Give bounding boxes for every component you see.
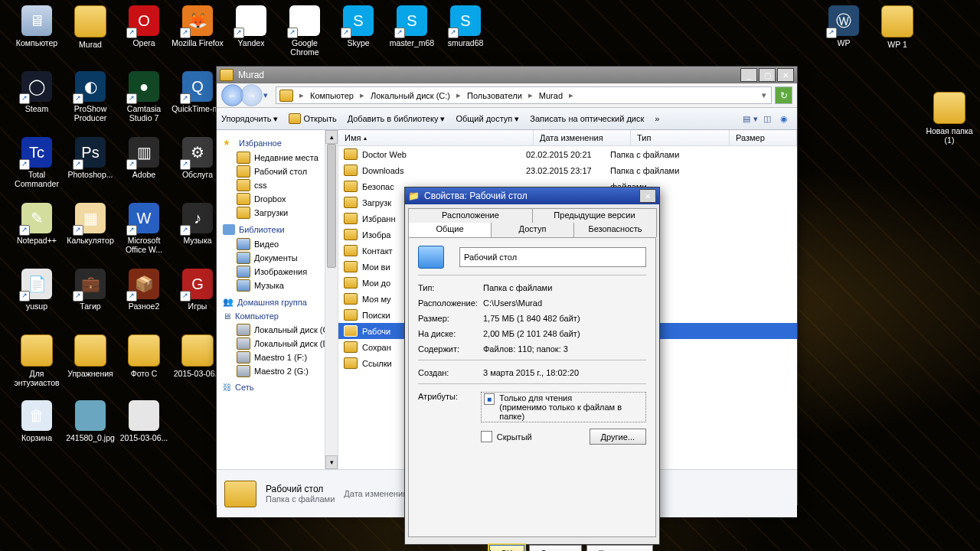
hidden-checkbox[interactable] [481, 431, 492, 442]
desktop-icon[interactable]: 🦊↗Mozilla Firefox [172, 5, 224, 47]
nav-item[interactable]: Документы [223, 251, 338, 265]
tab-location[interactable]: Расположение [408, 208, 533, 223]
forward-button[interactable]: → [240, 84, 263, 106]
desktop-icon-label: Калькулятор [67, 236, 113, 245]
nav-scrollbar[interactable]: ▴ ▾ [325, 130, 338, 469]
nav-item[interactable]: Maestro 2 (G:) [223, 364, 338, 378]
nav-item-label: css [254, 181, 267, 190]
tab-general[interactable]: Общие [408, 223, 492, 237]
desktop-icon[interactable]: Фото С [118, 334, 170, 378]
crumb-users[interactable]: Пользователи [464, 91, 525, 100]
scroll-down-button[interactable]: ▾ [325, 455, 338, 469]
desktop-icon[interactable]: 💼↗Тагир [64, 269, 116, 311]
desktop-icon[interactable]: W↗Microsoft Office W... [118, 203, 170, 254]
desktop-icon[interactable]: 📦↗Разное2 [118, 269, 170, 311]
apply-button[interactable]: Применить [586, 545, 653, 551]
desktop-icon[interactable]: S↗master_m68 [386, 5, 438, 47]
readonly-checkbox[interactable]: ■ [484, 393, 495, 405]
scroll-thumb[interactable] [327, 144, 336, 268]
desktop-icon[interactable]: 2015-03-06... [118, 400, 170, 442]
desktop-icon-label: Total Commander [11, 170, 63, 188]
app-icon: S↗ [397, 5, 427, 36]
toolbar-overflow[interactable]: » [655, 114, 659, 123]
close-button[interactable]: ✕ [639, 189, 656, 203]
minimize-button[interactable]: _ [740, 68, 757, 82]
nav-item[interactable]: Рабочий стол [223, 165, 338, 178]
folder-icon [237, 351, 250, 364]
nav-item[interactable]: Недавние места [223, 151, 338, 165]
desktop-icon[interactable]: O↗Opera [118, 5, 170, 47]
crumb-cdrive[interactable]: Локальный диск (C:) [368, 91, 453, 100]
nav-computer-header[interactable]: 🖥Компьютер [223, 311, 338, 321]
desktop-icon[interactable]: ◐↗ProShow Producer [64, 71, 116, 122]
nav-homegroup-header[interactable]: 👥Домашняя группа [223, 297, 338, 307]
maximize-button[interactable]: ▢ [759, 68, 776, 82]
nav-item[interactable]: Загрузки [223, 206, 338, 220]
tab-security[interactable]: Безопасность [573, 223, 657, 237]
add-to-library-menu[interactable]: Добавить в библиотеку ▾ [348, 114, 446, 124]
desktop-icon[interactable]: Новая папка (1) [923, 92, 975, 145]
ok-button[interactable]: OK [489, 545, 524, 551]
desktop-icon[interactable]: ▥↗Adobe [118, 137, 170, 179]
desktop-icon[interactable]: ◎↗Google Chrome [279, 5, 331, 57]
cancel-button[interactable]: Отмена [529, 545, 582, 551]
breadcrumb[interactable]: ▸ Компьютер▸ Локальный диск (C:)▸ Пользо… [276, 86, 772, 104]
refresh-button[interactable]: ↻ [775, 86, 792, 104]
nav-item[interactable]: Локальный диск (D:) [223, 337, 338, 350]
nav-item[interactable]: Музыка [223, 279, 338, 292]
desktop-icon[interactable]: ●↗Camtasia Studio 7 [118, 71, 170, 122]
nav-item[interactable]: css [223, 178, 338, 192]
nav-libraries-header[interactable]: Библиотеки [223, 224, 338, 235]
file-row[interactable]: Doctor Web02.02.2015 20:21Папка с файлам… [338, 146, 797, 162]
desktop-icon[interactable]: Tc↗Total Commander [11, 137, 63, 188]
nav-network-header[interactable]: ⛓Сеть [223, 383, 338, 392]
nav-item[interactable]: Maestro 1 (F:) [223, 350, 338, 364]
explorer-titlebar[interactable]: Murad _ ▢ ✕ [217, 67, 797, 83]
desktop-icon[interactable]: Ⓦ↗WP [818, 5, 870, 47]
scroll-up-button[interactable]: ▴ [325, 130, 338, 144]
desktop-icon[interactable]: 🗑Корзина [11, 400, 63, 442]
help-button[interactable]: ◉ [776, 114, 792, 124]
label-type: Тип: [418, 283, 483, 292]
nav-item-label: Загрузки [254, 208, 288, 217]
col-type[interactable]: Тип [631, 130, 730, 145]
nav-favorites-header[interactable]: ★Избранное [223, 138, 338, 148]
desktop-icon[interactable]: ▦↗Калькулятор [64, 203, 116, 245]
folder-name-input[interactable] [459, 247, 646, 267]
view-options-button[interactable]: ▤ ▾ [742, 114, 759, 124]
desktop-icon[interactable]: WP 1 [871, 5, 923, 49]
other-attributes-button[interactable]: Другие... [590, 429, 646, 445]
properties-titlebar[interactable]: 📁 Свойства: Рабочий стол ✕ [405, 187, 659, 204]
nav-item[interactable]: Видео [223, 237, 338, 251]
file-row[interactable]: Downloads23.02.2015 23:17Папка с файлами [338, 162, 797, 178]
tab-previous-versions[interactable]: Предыдущие версии [532, 208, 657, 223]
share-menu[interactable]: Общий доступ ▾ [456, 114, 519, 124]
crumb-computer[interactable]: Компьютер [307, 91, 357, 100]
nav-item[interactable]: Изображения [223, 265, 338, 279]
desktop-icon[interactable]: ✎↗Notepad++ [11, 203, 63, 245]
col-name[interactable]: Имя ▴ [338, 130, 534, 145]
desktop-icon[interactable]: 🖥Компьютер [11, 5, 63, 47]
desktop-icon[interactable]: Y↗Yandex [225, 5, 277, 47]
desktop-icon[interactable]: 241580_0.jpg [64, 400, 116, 442]
desktop-icon[interactable]: S↗smurad68 [439, 5, 492, 47]
crumb-murad[interactable]: Murad [536, 91, 566, 100]
desktop-icon[interactable]: ◯↗Steam [11, 71, 63, 113]
desktop-icon[interactable]: Ps↗Photoshop... [64, 137, 116, 179]
preview-pane-button[interactable]: ◫ [759, 114, 776, 124]
col-size[interactable]: Размер [730, 130, 797, 145]
desktop-icon[interactable]: S↗Skype [332, 5, 384, 47]
desktop-icon[interactable]: Murad [64, 5, 116, 49]
nav-history-dropdown[interactable]: ▾ [263, 90, 272, 100]
nav-item[interactable]: Локальный диск (C:) [223, 323, 338, 337]
organize-menu[interactable]: Упорядочить ▾ [221, 114, 278, 124]
open-button[interactable]: Открыть [289, 113, 336, 124]
col-date[interactable]: Дата изменения [534, 130, 631, 145]
desktop-icon[interactable]: Упражнения [64, 334, 116, 378]
nav-item[interactable]: Dropbox [223, 192, 338, 206]
tab-access[interactable]: Доступ [491, 223, 574, 237]
burn-button[interactable]: Записать на оптический диск [530, 114, 644, 123]
desktop-icon[interactable]: Для энтузиастов [11, 334, 63, 387]
desktop-icon[interactable]: 📄↗yusup [11, 269, 63, 311]
close-button[interactable]: ✕ [777, 68, 794, 82]
